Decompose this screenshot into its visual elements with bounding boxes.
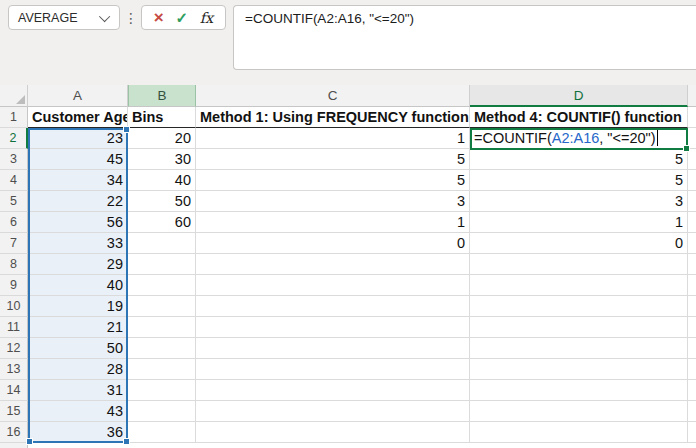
row-header-3[interactable]: 3 xyxy=(0,149,28,170)
row-header-12[interactable]: 12 xyxy=(0,338,28,359)
formula-bar[interactable]: =COUNTIF(A2:A16, "<=20") xyxy=(233,5,696,70)
cell-C12[interactable] xyxy=(196,338,470,359)
cell-C8[interactable] xyxy=(196,254,470,275)
cell-A12[interactable]: 50 xyxy=(28,338,128,359)
cell-D2[interactable]: =COUNTIF(A2:A16, "<=20") xyxy=(470,128,688,149)
cell-E6[interactable] xyxy=(688,212,696,233)
column-header-partial[interactable] xyxy=(688,85,696,107)
column-header-A[interactable]: A xyxy=(28,85,128,107)
row-header-7[interactable]: 7 xyxy=(0,233,28,254)
cell-D14[interactable] xyxy=(470,380,688,401)
name-box[interactable]: AVERAGE xyxy=(8,5,120,30)
cell-A7[interactable]: 33 xyxy=(28,233,128,254)
cell-C2[interactable]: 1 xyxy=(196,128,470,149)
cell-A10[interactable]: 19 xyxy=(28,296,128,317)
cell-D16[interactable] xyxy=(470,422,688,443)
row-header-8[interactable]: 8 xyxy=(0,254,28,275)
cell-A2[interactable]: 23 xyxy=(28,128,128,149)
cell-D15[interactable] xyxy=(470,401,688,422)
cell-E10[interactable] xyxy=(688,296,696,317)
insert-function-icon[interactable]: fx xyxy=(200,10,214,26)
cell-B1[interactable]: Bins xyxy=(128,107,196,128)
cell-A14[interactable]: 31 xyxy=(28,380,128,401)
cell-A1[interactable]: Customer Age xyxy=(28,107,128,128)
cancel-icon[interactable]: × xyxy=(154,9,164,26)
cell-B2[interactable]: 20 xyxy=(128,128,196,149)
cell-A16[interactable]: 36 xyxy=(28,422,128,443)
cell-C11[interactable] xyxy=(196,317,470,338)
cell-E12[interactable] xyxy=(688,338,696,359)
cell-B7[interactable] xyxy=(128,233,196,254)
row-header-2[interactable]: 2 xyxy=(0,128,28,149)
cell-C15[interactable] xyxy=(196,401,470,422)
cell-B11[interactable] xyxy=(128,317,196,338)
cell-C13[interactable] xyxy=(196,359,470,380)
select-all-corner[interactable] xyxy=(0,85,28,107)
cell-D9[interactable] xyxy=(470,275,688,296)
row-header-1[interactable]: 1 xyxy=(0,107,28,128)
cell-E4[interactable] xyxy=(688,170,696,191)
cell-B6[interactable]: 60 xyxy=(128,212,196,233)
cell-A13[interactable]: 28 xyxy=(28,359,128,380)
cell-E16[interactable] xyxy=(688,422,696,443)
cell-C1[interactable]: Method 1: Using FREQUENCY function xyxy=(196,107,470,128)
cell-A8[interactable]: 29 xyxy=(28,254,128,275)
cell-C14[interactable] xyxy=(196,380,470,401)
cell-A3[interactable]: 45 xyxy=(28,149,128,170)
cell-B15[interactable] xyxy=(128,401,196,422)
cell-E14[interactable] xyxy=(688,380,696,401)
row-header-6[interactable]: 6 xyxy=(0,212,28,233)
cell-C9[interactable] xyxy=(196,275,470,296)
row-header-10[interactable]: 10 xyxy=(0,296,28,317)
cell-A9[interactable]: 40 xyxy=(28,275,128,296)
cell-A4[interactable]: 34 xyxy=(28,170,128,191)
cell-E11[interactable] xyxy=(688,317,696,338)
cell-B10[interactable] xyxy=(128,296,196,317)
row-header-15[interactable]: 15 xyxy=(0,401,28,422)
cell-E9[interactable] xyxy=(688,275,696,296)
cell-D11[interactable] xyxy=(470,317,688,338)
row-header-13[interactable]: 13 xyxy=(0,359,28,380)
row-header-11[interactable]: 11 xyxy=(0,317,28,338)
cell-D3[interactable]: 5 xyxy=(470,149,688,170)
row-header-5[interactable]: 5 xyxy=(0,191,28,212)
cell-E1[interactable] xyxy=(688,107,696,128)
cell-D8[interactable] xyxy=(470,254,688,275)
cell-C6[interactable]: 1 xyxy=(196,212,470,233)
cell-E5[interactable] xyxy=(688,191,696,212)
cell-B5[interactable]: 50 xyxy=(128,191,196,212)
cell-B13[interactable] xyxy=(128,359,196,380)
cell-D5[interactable]: 3 xyxy=(470,191,688,212)
cell-D1[interactable]: Method 4: COUNTIF() function xyxy=(470,107,688,128)
chevron-down-icon[interactable] xyxy=(99,10,110,21)
cell-A11[interactable]: 21 xyxy=(28,317,128,338)
row-header-4[interactable]: 4 xyxy=(0,170,28,191)
cell-C7[interactable]: 0 xyxy=(196,233,470,254)
cell-E7[interactable] xyxy=(688,233,696,254)
cell-C4[interactable]: 5 xyxy=(196,170,470,191)
cell-E15[interactable] xyxy=(688,401,696,422)
cell-D6[interactable]: 1 xyxy=(470,212,688,233)
column-header-B[interactable]: B xyxy=(128,85,196,107)
cell-E8[interactable] xyxy=(688,254,696,275)
cell-B3[interactable]: 30 xyxy=(128,149,196,170)
row-header-16[interactable]: 16 xyxy=(0,422,28,443)
cell-D12[interactable] xyxy=(470,338,688,359)
cell-B16[interactable] xyxy=(128,422,196,443)
row-header-9[interactable]: 9 xyxy=(0,275,28,296)
column-header-D[interactable]: D xyxy=(470,85,688,107)
cell-D7[interactable]: 0 xyxy=(470,233,688,254)
cell-C10[interactable] xyxy=(196,296,470,317)
fill-handle[interactable] xyxy=(683,145,690,152)
cell-C3[interactable]: 5 xyxy=(196,149,470,170)
enter-icon[interactable]: ✓ xyxy=(175,10,188,25)
cell-A15[interactable]: 43 xyxy=(28,401,128,422)
row-header-partial[interactable] xyxy=(0,443,28,448)
cell-D4[interactable]: 5 xyxy=(470,170,688,191)
cell-D13[interactable] xyxy=(470,359,688,380)
cell-B8[interactable] xyxy=(128,254,196,275)
cell-E13[interactable] xyxy=(688,359,696,380)
cell-C5[interactable]: 3 xyxy=(196,191,470,212)
cell-E3[interactable] xyxy=(688,149,696,170)
row-header-14[interactable]: 14 xyxy=(0,380,28,401)
